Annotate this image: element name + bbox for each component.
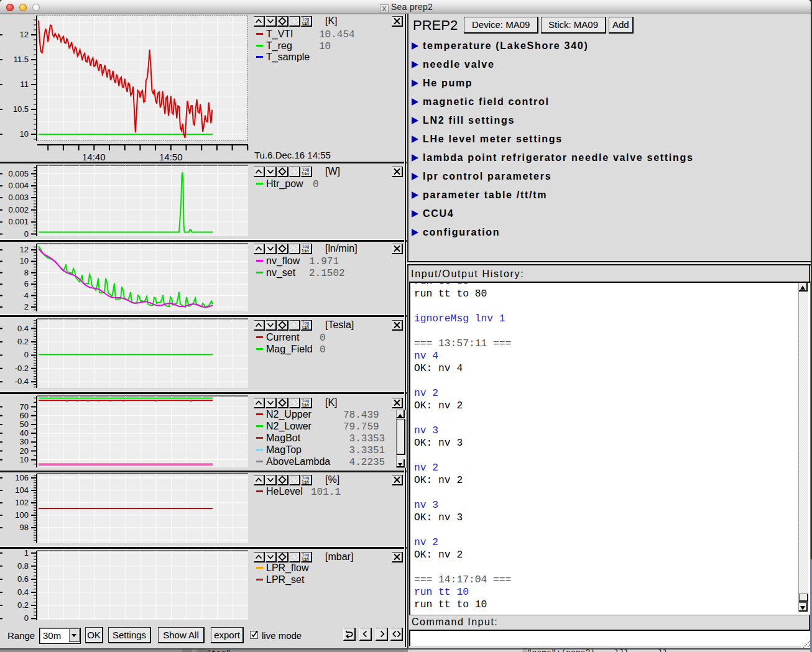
svg-text:lin: lin: [302, 403, 309, 407]
svg-text:log: log: [302, 399, 310, 403]
svg-text:lin: lin: [302, 249, 309, 253]
svg-text:log: log: [302, 17, 310, 22]
svg-text:lin: lin: [302, 558, 309, 561]
svg-text:log: log: [302, 168, 310, 172]
svg-text:log: log: [302, 321, 310, 326]
svg-text:lin: lin: [302, 480, 309, 484]
svg-text:log: log: [302, 476, 310, 480]
svg-text:lin: lin: [302, 326, 309, 329]
svg-text:lin: lin: [302, 22, 309, 25]
svg-text:log: log: [302, 553, 310, 558]
svg-text:lin: lin: [302, 172, 309, 176]
svg-text:log: log: [302, 245, 310, 249]
